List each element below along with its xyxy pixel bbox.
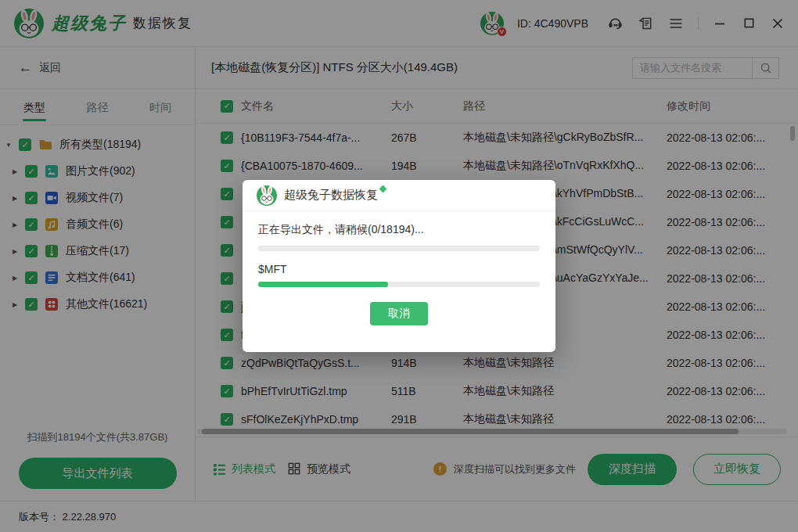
- export-status-text: 正在导出文件，请稍候(0/18194)...: [258, 223, 540, 237]
- export-progress-dialog: 超级兔子数据恢复 正在导出文件，请稍候(0/18194)... $MFT 取消: [243, 180, 555, 352]
- diamond-decoration-icon: [379, 185, 387, 193]
- overall-progress-bar: [258, 246, 540, 251]
- dialog-header: 超级兔子数据恢复: [243, 180, 555, 211]
- current-file-label: $MFT: [258, 263, 540, 275]
- app-window: 超级兔子 数据恢复 V ID: 4C490VPB: [0, 0, 798, 532]
- dialog-rabbit-logo-icon: [257, 185, 277, 206]
- dialog-content: 正在导出文件，请稍候(0/18194)... $MFT 取消: [243, 211, 555, 325]
- dialog-title: 超级兔子数据恢复: [284, 188, 378, 203]
- file-progress-bar: [258, 282, 540, 287]
- file-progress-fill: [258, 282, 388, 287]
- cancel-button[interactable]: 取消: [370, 302, 428, 325]
